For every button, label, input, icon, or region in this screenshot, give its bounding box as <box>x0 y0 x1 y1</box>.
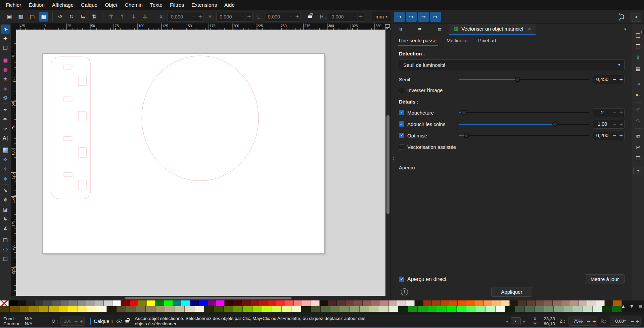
palette-swatch[interactable] <box>126 306 136 312</box>
layers-dialog-tab[interactable]: ≋ <box>391 24 410 35</box>
palette-swatch[interactable] <box>371 300 380 306</box>
menu-filtres[interactable]: Filtres <box>166 0 188 10</box>
select-all-in-all-layers-button[interactable]: ▩ <box>16 12 26 22</box>
palette-swatch[interactable] <box>35 300 43 306</box>
tab-multicolor[interactable]: Multicolor <box>447 35 468 46</box>
palette-swatch[interactable] <box>214 306 224 312</box>
scale-rounded-corners-toggle[interactable]: ↪ <box>406 12 417 22</box>
slider-handle[interactable] <box>515 77 520 82</box>
palette-swatch[interactable] <box>328 300 337 306</box>
h-spinbox[interactable]: 0,000−+ <box>328 12 364 22</box>
mesh-gradient-tool[interactable]: ❖ <box>1 155 10 164</box>
invert-image-row[interactable]: Inverser l'image <box>399 86 625 95</box>
increment-button[interactable]: + <box>635 319 640 324</box>
palette-scrollbar[interactable] <box>0 312 644 315</box>
page-menu-button[interactable]: ▾ <box>511 317 521 325</box>
raise-button[interactable]: ↑ <box>118 12 127 22</box>
palette-swatch[interactable] <box>147 300 156 306</box>
palette-swatch[interactable] <box>423 300 432 306</box>
adoucir-les-coins-spinbox[interactable]: 1,00−+ <box>593 120 625 129</box>
zoom-spinbox[interactable]: 75% − + <box>568 317 597 326</box>
objects-dialog-tab[interactable]: ≡ <box>430 24 449 35</box>
live-preview-checkbox[interactable]: ✓ <box>399 277 404 282</box>
decrement-button[interactable]: − <box>190 14 197 20</box>
menu-chemin[interactable]: Chemin <box>121 0 146 10</box>
palette-swatch[interactable] <box>146 306 155 312</box>
palette-swatch[interactable] <box>112 300 121 306</box>
save-document-button[interactable]: ⇓ <box>634 53 643 62</box>
palette-swatch[interactable] <box>397 300 406 306</box>
template-outline-path[interactable] <box>51 57 91 199</box>
palette-swatch[interactable] <box>518 300 527 306</box>
lower-button[interactable]: ↓ <box>129 12 138 22</box>
deselect-button[interactable]: ▢ <box>28 12 37 22</box>
menu-fichier[interactable]: Fichier <box>2 0 25 10</box>
palette-swatch[interactable] <box>155 300 164 306</box>
new-document-button[interactable]: ❏ <box>634 31 643 40</box>
move-patterns-toggle[interactable]: ↦ <box>430 12 441 22</box>
palette-swatch[interactable] <box>363 300 371 306</box>
menu-edition[interactable]: Édition <box>25 0 48 10</box>
scale-stroke-width-toggle[interactable]: ⇢ <box>394 12 405 22</box>
commands-overflow-button[interactable]: ▾ <box>633 167 643 174</box>
opacity-spinbox[interactable]: 100 − + <box>60 317 85 326</box>
lower-to-bottom-button[interactable]: ⇊ <box>140 12 150 22</box>
rotate-ccw-button[interactable]: ↺ <box>55 12 65 22</box>
palette-swatch[interactable] <box>476 306 486 312</box>
palette-swatch[interactable] <box>527 300 536 306</box>
assisted-tracing-row[interactable]: Vectorisation assistée <box>399 142 625 152</box>
menu-extensions[interactable]: Extensions <box>188 0 221 10</box>
lock-width-height-icon[interactable] <box>308 15 312 18</box>
decrement-button[interactable]: − <box>611 110 618 115</box>
palette-swatch[interactable] <box>311 300 320 306</box>
palette-swatch[interactable] <box>69 300 78 306</box>
palette-swatch[interactable] <box>173 300 182 306</box>
close-icon[interactable]: × <box>528 26 531 32</box>
palette-swatch[interactable] <box>302 300 311 306</box>
tab-pixel-art[interactable]: Pixel art <box>478 35 496 46</box>
duplicate-button[interactable]: ⧉ <box>634 132 643 140</box>
current-layer-selector[interactable]: Calque 1 <box>94 319 113 324</box>
y-spinbox[interactable]: 0,000−+ <box>216 12 252 22</box>
vertical-scrollbar[interactable] <box>385 30 390 296</box>
palette-swatch[interactable] <box>233 306 243 312</box>
prev-page-button[interactable]: ◂ <box>506 319 508 324</box>
palette-swatch[interactable] <box>121 300 130 306</box>
layer-lock-icon[interactable] <box>125 320 129 322</box>
undo-button[interactable]: ↶ <box>634 106 643 114</box>
menu-calque[interactable]: Calque <box>77 0 101 10</box>
palette-swatch[interactable] <box>233 300 242 306</box>
palette-swatch[interactable] <box>136 306 146 312</box>
palette-swatch[interactable] <box>612 306 622 312</box>
palette-swatch[interactable] <box>294 300 303 306</box>
rectangle-tool[interactable]: ■ <box>1 55 10 65</box>
palette-swatch[interactable] <box>175 306 185 312</box>
palette-swatch[interactable] <box>389 300 398 306</box>
palette-swatch[interactable] <box>561 300 570 306</box>
palette-swatch[interactable] <box>320 300 328 306</box>
palette-swatch[interactable] <box>466 300 475 306</box>
menu-aide[interactable]: Aide <box>221 0 238 10</box>
palette-swatch[interactable] <box>262 306 272 312</box>
palette-swatch[interactable] <box>58 306 68 312</box>
increment-button[interactable]: + <box>592 319 597 324</box>
palette-swatch[interactable] <box>398 306 408 312</box>
export-button[interactable]: ⇤ <box>634 90 643 99</box>
increment-button[interactable]: + <box>618 110 624 115</box>
hole-path[interactable] <box>78 111 86 121</box>
print-button[interactable]: ▤ <box>634 64 643 73</box>
cut-button[interactable]: ✂ <box>634 143 643 152</box>
palette-swatch[interactable] <box>138 300 147 306</box>
palette-swatch[interactable] <box>250 300 259 306</box>
palette-swatch[interactable] <box>216 300 225 306</box>
palette-swatch[interactable] <box>29 306 39 312</box>
palette-swatch[interactable] <box>369 306 379 312</box>
palette-swatch[interactable] <box>185 306 194 312</box>
palette-swatch[interactable] <box>243 306 252 312</box>
horizontal-scrollbar-thumb[interactable] <box>125 297 291 299</box>
decrement-button[interactable]: − <box>611 133 618 138</box>
shape-builder-tool[interactable]: ❐ <box>1 43 10 52</box>
rotate-cw-button[interactable]: ↻ <box>67 12 76 22</box>
palette-swatch[interactable] <box>447 306 457 312</box>
eraser-tool[interactable]: ◪ <box>1 205 10 214</box>
